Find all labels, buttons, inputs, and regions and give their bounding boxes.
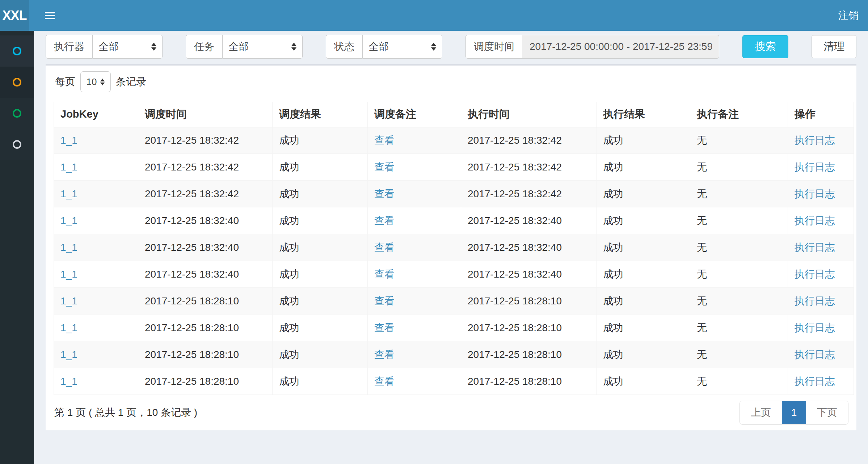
pagination: 上页 1 下页 [740,401,848,425]
execution-log-link[interactable]: 执行日志 [795,269,835,280]
handle-time-cell: 2017-12-25 18:32:42 [461,127,597,154]
job-key-link[interactable]: 1_1 [60,215,77,226]
trigger-time-filter-label: 调度时间 [465,35,522,59]
handle-time-cell: 2017-12-25 18:32:40 [461,234,597,261]
handle-msg-cell: 无 [690,234,788,261]
status-filter-label: 状态 [326,35,362,59]
trigger-time-cell: 2017-12-25 18:28:10 [138,368,273,395]
column-header-trigger-time: 调度时间 [138,102,273,127]
execution-log-link[interactable]: 执行日志 [795,322,835,333]
job-key-link[interactable]: 1_1 [60,376,77,387]
column-header-handle-time: 执行时间 [461,102,597,127]
circle-o-icon [13,47,21,55]
page-size-prefix-label: 每页 [55,75,75,89]
column-header-handle-result: 执行结果 [597,102,690,127]
handle-msg-cell: 无 [690,207,788,234]
handle-result-cell: 成功 [597,181,690,207]
sidebar-toggle-button[interactable] [44,10,55,21]
job-key-link[interactable]: 1_1 [60,135,77,146]
job-filter-group: 任务 全部 [186,35,303,59]
executor-select[interactable]: 全部 [92,35,163,59]
execution-log-link[interactable]: 执行日志 [795,215,835,226]
trigger-result-cell: 成功 [273,341,368,368]
filter-bar: 执行器 全部 任务 全部 状态 全部 调度时间 搜索 清理 [46,35,856,59]
next-page-button[interactable]: 下页 [806,401,848,424]
job-key-link[interactable]: 1_1 [60,269,77,280]
job-select[interactable]: 全部 [222,35,303,59]
job-key-link[interactable]: 1_1 [60,161,77,173]
current-page-button[interactable]: 1 [782,401,806,424]
trigger-result-cell: 成功 [273,234,368,261]
circle-o-icon [13,78,21,87]
trigger-msg-link[interactable]: 查看 [374,322,395,333]
execution-log-link[interactable]: 执行日志 [795,349,835,360]
top-navbar: XXL 注销 [0,0,868,31]
trigger-msg-link[interactable]: 查看 [374,376,395,387]
sidebar-item-1[interactable] [0,35,34,67]
app-logo: XXL [0,0,29,31]
job-key-link[interactable]: 1_1 [60,322,77,333]
execution-log-link[interactable]: 执行日志 [795,242,835,253]
search-button[interactable]: 搜索 [742,35,788,58]
trigger-result-cell: 成功 [273,288,368,315]
column-header-handle-msg: 执行备注 [690,102,788,127]
handle-time-cell: 2017-12-25 18:32:40 [461,261,597,288]
sidebar-menu [0,31,34,464]
main-content: 调度日志任务调度中心 执行器 全部 任务 全部 状态 全部 调度时间 [34,7,868,430]
handle-msg-cell: 无 [690,341,788,368]
trigger-msg-link[interactable]: 查看 [374,349,395,360]
table-row: 1_1 2017-12-25 18:32:40 成功 查看 2017-12-25… [54,261,854,288]
job-key-link[interactable]: 1_1 [60,349,77,360]
execution-log-link[interactable]: 执行日志 [795,135,835,146]
trigger-time-range-input[interactable] [522,35,719,59]
trigger-msg-link[interactable]: 查看 [374,161,395,173]
executor-filter-label: 执行器 [46,35,92,59]
trigger-result-cell: 成功 [273,315,368,341]
trigger-result-cell: 成功 [273,207,368,234]
logout-button[interactable]: 注销 [838,9,859,22]
execution-log-link[interactable]: 执行日志 [795,295,835,307]
trigger-msg-link[interactable]: 查看 [374,135,395,146]
execution-log-link[interactable]: 执行日志 [795,161,835,173]
handle-result-cell: 成功 [597,127,690,154]
table-row: 1_1 2017-12-25 18:32:42 成功 查看 2017-12-25… [54,181,854,207]
execution-log-link[interactable]: 执行日志 [795,376,835,387]
job-select-value: 全部 [228,40,249,54]
sidebar-item-2[interactable] [0,67,34,98]
handle-result-cell: 成功 [597,288,690,315]
job-key-link[interactable]: 1_1 [60,242,77,253]
job-key-link[interactable]: 1_1 [60,295,77,307]
trigger-msg-link[interactable]: 查看 [374,215,395,226]
sidebar-item-3[interactable] [0,98,34,129]
trigger-msg-link[interactable]: 查看 [374,269,395,280]
table-row: 1_1 2017-12-25 18:32:42 成功 查看 2017-12-25… [54,154,854,181]
select-arrows-icon [100,79,105,85]
table-row: 1_1 2017-12-25 18:28:10 成功 查看 2017-12-25… [54,315,854,341]
handle-result-cell: 成功 [597,315,690,341]
handle-time-cell: 2017-12-25 18:32:42 [461,181,597,207]
table-footer: 第 1 页 ( 总共 1 页，10 条记录 ) 上页 1 下页 [54,401,848,430]
handle-msg-cell: 无 [690,368,788,395]
status-filter-group: 状态 全部 [326,35,442,59]
trigger-result-cell: 成功 [273,154,368,181]
job-key-link[interactable]: 1_1 [60,188,77,199]
trigger-msg-link[interactable]: 查看 [374,242,395,253]
trigger-time-cell: 2017-12-25 18:32:40 [138,207,273,234]
handle-result-cell: 成功 [597,154,690,181]
page-size-select[interactable]: 10 [80,71,111,92]
sidebar-item-4[interactable] [0,129,34,160]
trigger-time-cell: 2017-12-25 18:28:10 [138,288,273,315]
executor-filter-group: 执行器 全部 [46,35,163,59]
page-size-row: 每页 10 条记录 [55,71,848,92]
status-select[interactable]: 全部 [362,35,442,59]
table-row: 1_1 2017-12-25 18:32:40 成功 查看 2017-12-25… [54,234,854,261]
prev-page-button[interactable]: 上页 [740,401,782,424]
log-table-head: JobKey 调度时间 调度结果 调度备注 执行时间 执行结果 执行备注 操作 [54,102,854,127]
page-size-value: 10 [87,76,97,88]
clear-button[interactable]: 清理 [812,35,856,58]
execution-log-link[interactable]: 执行日志 [795,188,835,199]
circle-o-icon [13,140,21,149]
trigger-msg-link[interactable]: 查看 [374,188,395,199]
trigger-msg-link[interactable]: 查看 [374,295,395,307]
handle-msg-cell: 无 [690,261,788,288]
